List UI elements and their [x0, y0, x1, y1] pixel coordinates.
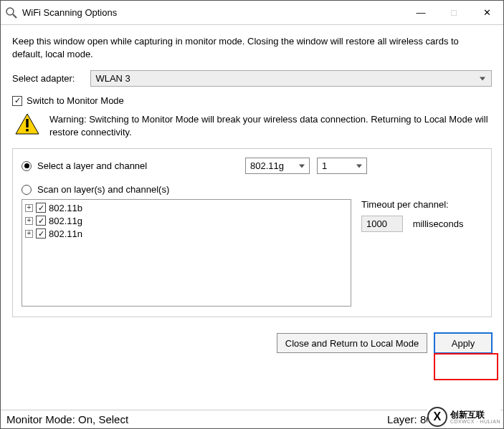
warning-text: Warning: Switching to Monitor Mode will …: [49, 113, 489, 138]
window-title: WiFi Scanning Options: [22, 7, 117, 18]
minimize-button[interactable]: —: [404, 1, 437, 24]
tree-item-label: 802.11b: [49, 203, 82, 213]
watermark-logo: X: [427, 407, 447, 427]
monitor-checkbox-label: Switch to Monitor Mode: [27, 95, 124, 106]
radio-scan-on[interactable]: [22, 185, 32, 195]
timeout-label: Timeout per channel:: [361, 199, 482, 210]
titlebar: WiFi Scanning Options — □ ✕: [1, 1, 503, 25]
expand-icon[interactable]: +: [25, 230, 33, 238]
scan-options-group: Select a layer and channel 802.11g 1 Sca…: [12, 148, 492, 317]
monitor-checkbox[interactable]: ✓: [12, 96, 22, 106]
layer-tree[interactable]: + ✓ 802.11b + ✓ 802.11g + ✓ 802.11n: [22, 199, 351, 307]
apply-button[interactable]: Apply: [434, 333, 492, 353]
status-monitor-mode: Monitor Mode: On, Select: [6, 413, 128, 425]
tree-checkbox[interactable]: ✓: [36, 203, 46, 213]
description-text: Keep this window open while capturing in…: [12, 35, 492, 60]
tree-checkbox[interactable]: ✓: [36, 228, 46, 238]
watermark: X 创新互联 CDXWCX · HULIAN: [427, 407, 500, 427]
maximize-button[interactable]: □: [437, 1, 470, 24]
adapter-label: Select adapter:: [12, 73, 75, 84]
watermark-sub: CDXWCX · HULIAN: [450, 419, 500, 424]
tree-item-label: 802.11n: [49, 228, 82, 239]
adapter-value: WLAN 3: [95, 73, 130, 84]
expand-icon[interactable]: +: [25, 204, 33, 212]
layer-select[interactable]: 802.11g: [245, 158, 310, 174]
warning-icon: [15, 113, 39, 138]
radio-select-layer[interactable]: [22, 161, 32, 171]
tree-checkbox[interactable]: ✓: [36, 216, 46, 226]
svg-line-1: [13, 14, 16, 18]
timeout-unit: milliseconds: [413, 218, 464, 229]
tree-item: + ✓ 802.11b: [25, 201, 348, 214]
svg-rect-3: [26, 119, 28, 127]
adapter-select[interactable]: WLAN 3: [90, 70, 492, 87]
svg-rect-4: [26, 129, 28, 131]
expand-icon[interactable]: +: [25, 217, 33, 225]
channel-select[interactable]: 1: [317, 158, 367, 174]
tree-item: + ✓ 802.11g: [25, 214, 348, 227]
magnifier-icon: [5, 6, 18, 19]
tree-item: + ✓ 802.11n: [25, 227, 348, 240]
tree-item-label: 802.11g: [49, 216, 82, 226]
radio-select-layer-label: Select a layer and channel: [37, 160, 245, 171]
watermark-text: 创新互联: [450, 410, 500, 419]
radio-scan-on-label: Scan on layer(s) and channel(s): [37, 184, 169, 195]
close-return-button[interactable]: Close and Return to Local Mode: [277, 333, 427, 353]
timeout-input[interactable]: 1000: [361, 216, 403, 232]
close-button[interactable]: ✕: [470, 1, 503, 24]
svg-point-0: [6, 8, 14, 15]
